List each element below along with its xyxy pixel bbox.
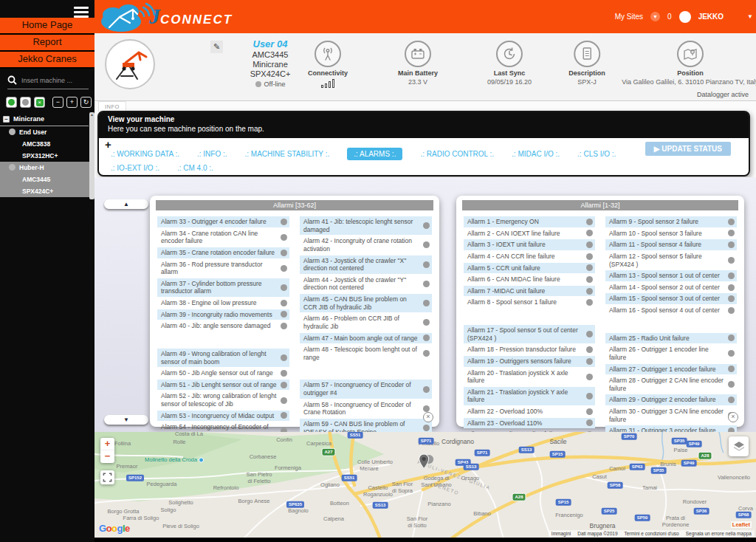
alarm-label: Allarm 4 - CAN CCR line failure bbox=[467, 253, 583, 261]
online-filter-button[interactable] bbox=[6, 97, 17, 108]
hamburger-menu-icon[interactable] bbox=[74, 4, 89, 20]
attribution-link[interactable]: Segnala un errore nella mappa bbox=[686, 531, 752, 536]
alarms-section: ▲ ▼ Allarmi [33-62] Alarm 33 - Outrigger… bbox=[94, 177, 756, 432]
tree-item-amc3838[interactable]: AMC3838 bbox=[0, 138, 94, 150]
alarm-status-dot bbox=[586, 241, 593, 248]
user-menu-chevron-icon[interactable]: ▼ bbox=[747, 13, 753, 20]
plus-icon: + bbox=[70, 99, 74, 106]
tab-radio-control[interactable]: .: RADIO CONTROL :. bbox=[420, 150, 494, 158]
banner-subtitle: Here you can see machine position on the… bbox=[108, 125, 740, 133]
info-section-tab[interactable]: INFO bbox=[98, 101, 126, 112]
tree-item-amc3445[interactable]: AMC3445 bbox=[0, 174, 94, 185]
notification-count[interactable]: 0 bbox=[667, 13, 672, 21]
map-pin-icon bbox=[677, 41, 704, 67]
expand-icon[interactable]: + bbox=[105, 138, 111, 151]
edit-machine-button[interactable]: ✎ bbox=[210, 41, 223, 53]
map-town-label: Confin bbox=[276, 436, 292, 443]
alarm-status-dot bbox=[728, 230, 735, 236]
my-sites-label[interactable]: My Sites bbox=[615, 13, 643, 21]
group-gap bbox=[300, 363, 432, 380]
tree-scrollbar[interactable]: ▲ bbox=[89, 112, 94, 199]
search-input[interactable] bbox=[21, 77, 85, 84]
scroll-down-button[interactable]: ▼ bbox=[104, 415, 148, 425]
alarm-status-dot bbox=[728, 381, 735, 388]
alarm-label: Alarm 46 - Problem on CCR JIB of hydraul… bbox=[303, 315, 419, 330]
map[interactable]: Costa di LaFollinaRollePremaorPedeguarda… bbox=[94, 432, 756, 538]
tab-working-data[interactable]: .: WORKING DATA :. bbox=[111, 150, 179, 158]
alarm-status-dot bbox=[586, 299, 593, 306]
road-badge: SP25 bbox=[602, 508, 617, 515]
alarm-status-dot bbox=[281, 284, 287, 291]
alarm-label: Allarm 10 - Spool sensor 3 failure bbox=[609, 230, 724, 238]
close-panel-button[interactable]: × bbox=[728, 412, 738, 422]
alarm-label: Alarm 44 - Joystick of the crawler "Y" d… bbox=[303, 276, 419, 292]
tree-item-spx424cplus[interactable]: SPX424C+ bbox=[0, 185, 94, 197]
tab-cm-4-0[interactable]: .: CM 4.0 :. bbox=[177, 164, 213, 172]
alarm-row: Alarm 58 - Incongruency of Encoder of Cr… bbox=[300, 399, 432, 418]
user-name[interactable]: JEKKO bbox=[698, 13, 724, 21]
tab-midac-i-o[interactable]: .: MIDAC I/O :. bbox=[512, 150, 560, 158]
close-panel-button[interactable]: × bbox=[423, 412, 433, 422]
tab-cls-i-o[interactable]: .: CLS I/O :. bbox=[577, 150, 616, 158]
road-badge: SP68 bbox=[736, 512, 752, 518]
alarm-status-dot bbox=[586, 276, 593, 283]
alarm-status-dot bbox=[586, 288, 593, 295]
alarm-status-dot bbox=[586, 419, 593, 426]
fullscreen-button[interactable] bbox=[100, 470, 114, 484]
attribution-link[interactable]: Termini e condizioni d'uso bbox=[625, 531, 679, 536]
alarm-row: Allarm 19 - Outriggers sensors failure bbox=[464, 356, 595, 367]
refresh-tree-button[interactable]: ↻ bbox=[80, 97, 92, 108]
scroll-up-button[interactable]: ▲ bbox=[104, 199, 148, 209]
offline-filter-button[interactable] bbox=[20, 97, 31, 108]
tab-machine-stability[interactable]: .: MACHINE STABILITY :. bbox=[245, 150, 330, 158]
alarm-row: Alarm 47 - Main boom angle out of range bbox=[300, 333, 432, 344]
position-label: Position bbox=[616, 69, 756, 77]
tab-alarms[interactable]: .: ALARMS :. bbox=[347, 148, 402, 160]
road-badge: A28 bbox=[698, 452, 712, 460]
machine-position-marker[interactable] bbox=[418, 453, 434, 475]
sidebar-item-home-page[interactable]: Home Page bbox=[0, 18, 94, 35]
alarm-label: Allarm 14 - Spool sensor 2 out of center bbox=[609, 284, 724, 292]
sidebar-item-report[interactable]: Report bbox=[0, 35, 94, 52]
tab-io-ext-i-o[interactable]: .: IO-EXT I/O :. bbox=[111, 164, 159, 172]
alarm-status-dot bbox=[586, 374, 593, 380]
map-town-label: Menaré bbox=[360, 465, 378, 472]
my-sites-chevron-icon[interactable]: ▼ bbox=[650, 12, 660, 21]
alarm-row: Alarm 45 - CAN BUS line problem on CCR J… bbox=[300, 294, 432, 312]
alarm-status-dot bbox=[281, 250, 287, 256]
collapse-all-button[interactable]: − bbox=[52, 97, 63, 108]
zoom-out-button[interactable]: − bbox=[100, 450, 114, 463]
alarm-row: Allarm 14 - Spool sensor 2 out of center bbox=[605, 282, 737, 293]
leaflet-link[interactable]: Leaflet bbox=[731, 521, 752, 528]
description-label: Description bbox=[568, 69, 605, 77]
road-badge: SS51 bbox=[348, 432, 363, 438]
tree-item-end user[interactable]: End User bbox=[0, 126, 94, 138]
map-zoom-control: + − bbox=[100, 438, 114, 463]
alarm-row: Alarm 51 - Jib Lenght sensor out of rang… bbox=[157, 380, 289, 391]
map-town-label: Premaor bbox=[117, 463, 138, 470]
alarm-filter-button[interactable]: × bbox=[34, 97, 45, 108]
expand-all-button[interactable]: + bbox=[66, 97, 78, 108]
alarm-label: Alarm 36 - Rod pressure transductor alla… bbox=[161, 261, 277, 276]
alarm-status-dot bbox=[423, 405, 430, 412]
update-status-button[interactable]: ▶ UPDATE STATUS bbox=[645, 142, 731, 156]
google-logo[interactable]: Google bbox=[99, 523, 130, 534]
alarm-row: Alarm 48 - Telescopic boom lenght out of… bbox=[300, 344, 432, 363]
zoom-in-button[interactable]: + bbox=[100, 438, 114, 450]
metric-battery: Main Battery 23.3 V bbox=[398, 41, 438, 86]
tree-item-huber-h[interactable]: Huber-H bbox=[0, 162, 94, 174]
collapse-node-icon: − bbox=[3, 116, 10, 123]
machine-status: Off-line bbox=[264, 80, 286, 88]
sidebar-item-jekko-cranes[interactable]: Jekko Cranes bbox=[0, 52, 94, 69]
alarm-status-dot bbox=[281, 412, 287, 419]
layers-control-button[interactable] bbox=[729, 436, 749, 456]
tree-root-minicrane[interactable]: − Minicrane bbox=[0, 114, 89, 126]
road-badge: SP152 bbox=[126, 475, 144, 481]
banner-title: View your machine bbox=[108, 115, 740, 123]
tab-info[interactable]: .: INFO :. bbox=[197, 150, 227, 158]
tree-item-spx312hcplus[interactable]: SPX312HC+ bbox=[0, 150, 94, 162]
alarm-row: Alarm 35 - Crane rotation encoder failur… bbox=[157, 247, 289, 258]
green-x-icon: × bbox=[36, 99, 44, 106]
user-avatar[interactable] bbox=[679, 11, 691, 23]
brand-text: JCONNECT bbox=[149, 4, 233, 29]
